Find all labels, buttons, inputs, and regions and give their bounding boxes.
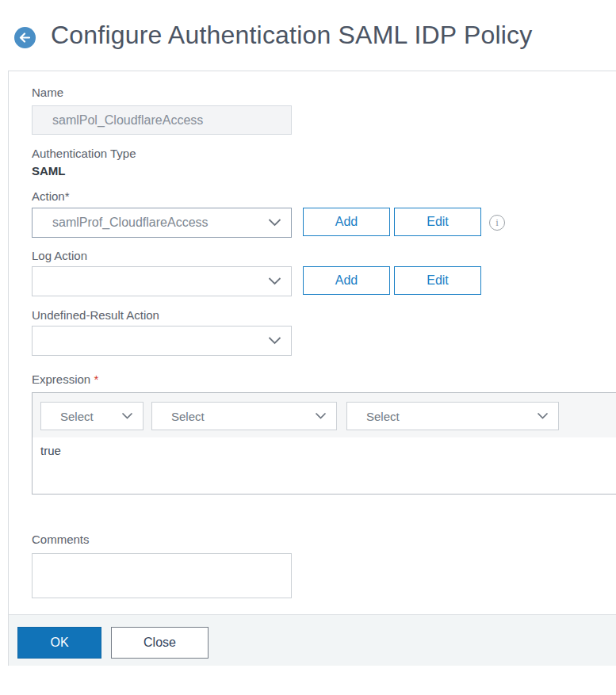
undefined-result-action-select[interactable] (32, 326, 292, 356)
comments-textarea[interactable] (32, 553, 292, 598)
expression-operand-select-3[interactable]: Select (346, 402, 559, 430)
required-asterisk: * (94, 372, 98, 386)
close-button[interactable]: Close (111, 627, 209, 659)
chevron-down-icon (268, 219, 281, 227)
expression-toolbar: Select Select Select (33, 393, 616, 438)
chevron-down-icon (537, 412, 549, 420)
log-action-add-button[interactable]: Add (303, 266, 390, 295)
action-label: Action* (32, 189, 70, 203)
action-select[interactable]: samlProf_CloudflareAccess (32, 208, 292, 238)
name-label: Name (32, 86, 63, 99)
log-action-edit-button[interactable]: Edit (394, 266, 481, 295)
log-action-label: Log Action (32, 249, 87, 262)
auth-type-label: Authentication Type (32, 147, 136, 160)
action-edit-button[interactable]: Edit (394, 208, 481, 236)
auth-type-value: SAML (32, 164, 66, 178)
chevron-down-icon (121, 412, 133, 420)
expression-operand-select-2[interactable]: Select (151, 402, 337, 430)
undefined-result-action-label: Undefined-Result Action (32, 308, 159, 322)
chevron-down-icon (315, 412, 327, 420)
name-input[interactable] (32, 105, 292, 135)
log-action-select[interactable] (32, 266, 292, 296)
action-select-value: samlProf_CloudflareAccess (52, 216, 209, 230)
expression-input[interactable]: true (33, 437, 616, 494)
chevron-down-icon (268, 337, 281, 346)
info-icon[interactable]: i (489, 215, 505, 231)
expression-label: Expression * (32, 372, 98, 386)
expression-builder: Select Select Select true (32, 392, 616, 495)
back-button[interactable] (14, 27, 36, 48)
page-title: Configure Authentication SAML IDP Policy (51, 21, 532, 50)
action-add-button[interactable]: Add (303, 208, 390, 236)
ok-button[interactable]: OK (17, 627, 101, 659)
expression-operand-select-1[interactable]: Select (40, 402, 143, 430)
comments-label: Comments (32, 533, 90, 546)
chevron-down-icon (268, 277, 281, 286)
arrow-left-icon (19, 32, 31, 43)
